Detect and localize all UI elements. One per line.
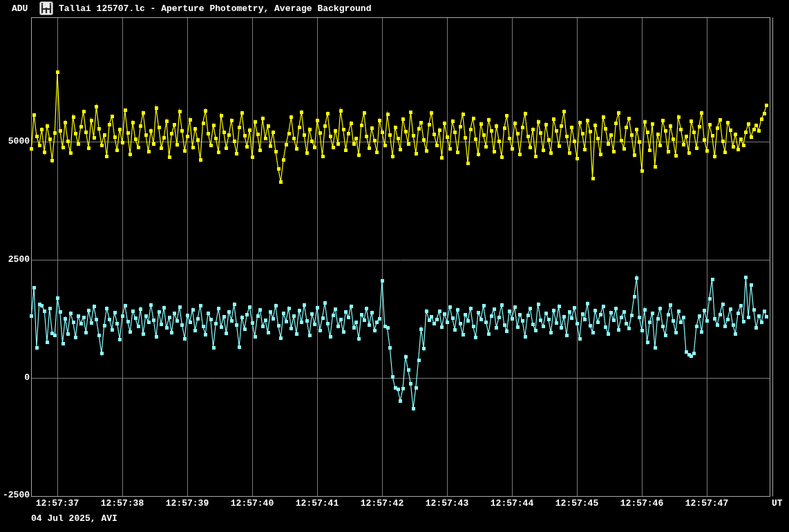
y-tick-label: 0 [0,373,30,383]
y-tick-label: 2500 [0,255,30,265]
y-axis-unit-label: ADU [12,4,28,14]
x-tick-label: 12:57:43 [419,499,475,509]
y-tick-label: -2500 [0,491,30,500]
x-tick-label: 12:57:41 [289,499,345,509]
x-tick-label: 12:57:40 [225,499,280,509]
photometry-window: { "window": { "y_axis_unit": "ADU", "tit… [0,0,789,532]
window-title: Tallai 125707.lc - Aperture Photometry, … [59,4,371,14]
photometry-plot-canvas[interactable] [0,0,789,532]
x-tick-label: 12:57:44 [484,499,540,509]
x-tick-label: 12:57:45 [549,499,605,509]
x-tick-label: 12:57:47 [679,499,734,509]
x-tick-label: 12:57:46 [614,499,669,509]
x-tick-label: 12:57:38 [95,499,150,509]
footer-date-label: 04 Jul 2025, AVI [31,514,117,524]
x-tick-label: 12:57:39 [160,499,215,509]
lightcurve-icon [39,1,53,15]
x-tick-label: 12:57:37 [30,499,85,509]
y-tick-label: 5000 [0,137,30,146]
x-axis-unit-label: UT [772,499,783,509]
x-tick-label: 12:57:42 [354,499,410,509]
